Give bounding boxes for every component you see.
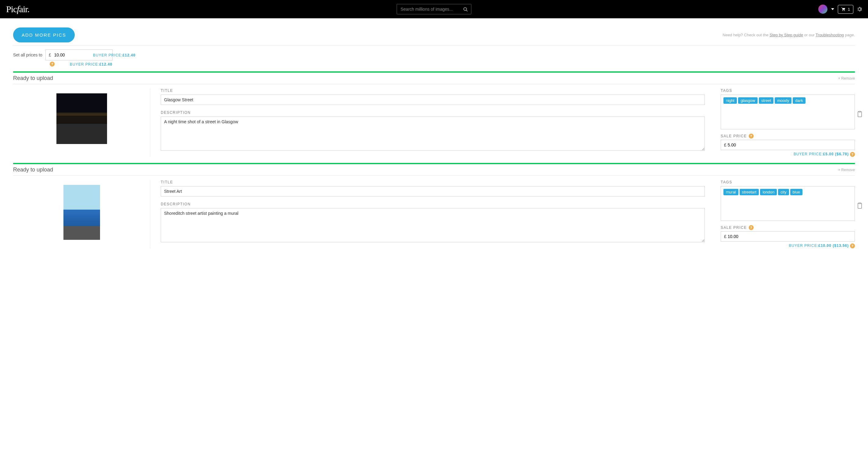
description-label: DESCRIPTION — [161, 111, 705, 115]
help-icon[interactable]: ? — [749, 225, 754, 230]
tag[interactable]: streetart — [740, 189, 759, 195]
middle-column: TITLE DESCRIPTION — [150, 89, 715, 157]
sale-price-input-wrap: £ — [721, 140, 855, 150]
svg-rect-6 — [858, 203, 862, 208]
cart-button[interactable]: 1 — [838, 5, 854, 14]
help-icon[interactable]: ? — [50, 62, 55, 66]
gear-icon[interactable] — [857, 7, 862, 11]
thumbnail[interactable] — [63, 185, 100, 240]
description-input[interactable] — [161, 208, 705, 242]
buyer-price-value-all: £12.40 — [123, 53, 136, 57]
middle-column: TITLE DESCRIPTION — [150, 180, 715, 248]
svg-rect-7 — [859, 203, 861, 204]
tags-label: TAGS — [721, 89, 855, 93]
ready-label: Ready to upload — [13, 75, 53, 82]
sale-price-input[interactable] — [726, 143, 851, 147]
svg-rect-5 — [859, 111, 861, 112]
troubleshooting-link[interactable]: Troubleshooting — [815, 33, 844, 37]
svg-point-2 — [842, 10, 843, 11]
item-body: TITLE DESCRIPTION TAGS nightglasgowstree… — [13, 84, 855, 163]
thumbnail[interactable] — [56, 93, 107, 144]
tag[interactable]: night — [723, 97, 737, 104]
help-icon[interactable]: ? — [850, 243, 855, 248]
sale-price-label: SALE PRICE — [721, 134, 747, 138]
item-header: Ready to upload × Remove — [13, 72, 855, 84]
buyer-price-row: BUYER PRICE:£5.00 ($6.78)? — [721, 152, 855, 157]
item-body: TITLE DESCRIPTION TAGS muralstreetartlon… — [13, 176, 855, 254]
tag[interactable]: glasgow — [738, 97, 757, 104]
buyer-price-alt: ($13.56) — [833, 243, 849, 248]
set-all-prices-label: Set all prices to — [13, 53, 42, 57]
svg-point-3 — [844, 10, 845, 11]
help-icon[interactable]: ? — [850, 152, 855, 157]
svg-rect-4 — [858, 112, 862, 117]
buyer-price-row: BUYER PRICE:£10.00 ($13.56)? — [721, 243, 855, 248]
buyer-price-value: £12.40 — [99, 62, 113, 66]
buyer-price-alt: ($6.78) — [835, 152, 849, 156]
title-input[interactable] — [161, 186, 705, 196]
sale-price-label-row: SALE PRICE ? — [721, 225, 855, 230]
sale-price-label-row: SALE PRICE ? — [721, 133, 855, 139]
buyer-price-label: BUYER PRICE: — [794, 152, 823, 156]
tag[interactable]: mural — [723, 189, 738, 195]
currency-prefix: £ — [724, 234, 726, 239]
cart-count: 1 — [848, 7, 850, 11]
avatar[interactable] — [818, 5, 828, 14]
clipboard-icon[interactable] — [857, 203, 862, 209]
tag[interactable]: moody — [775, 97, 792, 104]
buyer-price-value: £5.00 — [823, 152, 834, 156]
description-label: DESCRIPTION — [161, 202, 705, 206]
buyer-price-label: BUYER PRICE: — [70, 62, 99, 66]
add-more-button[interactable]: ADD MORE PICS — [13, 27, 75, 42]
item-header: Ready to upload × Remove — [13, 164, 855, 176]
buyer-price-label: BUYER PRICE: — [789, 243, 818, 248]
tag[interactable]: blue — [790, 189, 803, 195]
step-by-step-link[interactable]: Step by Step guide — [770, 33, 803, 37]
thumbnail-column — [13, 89, 150, 157]
currency-prefix: £ — [724, 143, 726, 147]
chevron-down-icon[interactable] — [831, 8, 834, 10]
tag[interactable]: street — [759, 97, 774, 104]
right-column: TAGS nightglasgowstreetmoodydark SALE PR… — [715, 89, 855, 157]
ready-label: Ready to upload — [13, 167, 53, 173]
title-input[interactable] — [161, 95, 705, 105]
tags-input[interactable]: nightglasgowstreetmoodydark — [721, 95, 855, 129]
tag[interactable]: london — [760, 189, 777, 195]
logo-text-suffix: air. — [19, 4, 30, 14]
header-right: 1 — [818, 5, 862, 14]
thumbnail-column — [13, 180, 150, 248]
tag[interactable]: dark — [793, 97, 805, 104]
tags-label: TAGS — [721, 180, 855, 184]
sale-price-input-wrap: £ — [721, 231, 855, 242]
logo-text-italic: f — [17, 4, 19, 14]
search-box — [397, 4, 471, 14]
buyer-price-all-row: ? BUYER PRICE:£12.40 — [13, 62, 855, 71]
help-text: Need help? Check out the Step by Step gu… — [722, 33, 855, 37]
buyer-price-value: £10.00 — [818, 243, 831, 248]
logo-text-prefix: Pic — [6, 4, 17, 14]
tag[interactable]: city — [778, 189, 789, 195]
logo[interactable]: Picfair. — [6, 4, 29, 14]
clipboard-icon[interactable] — [857, 111, 862, 117]
main-container: ADD MORE PICS Need help? Check out the S… — [0, 18, 868, 254]
sale-price-label: SALE PRICE — [721, 225, 747, 230]
right-column: TAGS muralstreetartlondoncityblue SALE P… — [715, 180, 855, 248]
header: Picfair. 1 — [0, 0, 868, 18]
tags-input[interactable]: muralstreetartlondoncityblue — [721, 186, 855, 221]
currency-prefix: £ — [46, 53, 54, 57]
sale-price-input[interactable] — [726, 234, 851, 239]
cart-icon — [841, 7, 845, 11]
description-input[interactable] — [161, 117, 705, 151]
buyer-price-label-all: BUYER PRICE: — [93, 53, 123, 57]
search-input[interactable] — [397, 4, 471, 14]
remove-button[interactable]: × Remove — [838, 76, 855, 81]
help-icon[interactable]: ? — [749, 133, 754, 139]
title-label: TITLE — [161, 89, 705, 93]
remove-button[interactable]: × Remove — [838, 168, 855, 172]
top-row: ADD MORE PICS Need help? Check out the S… — [13, 18, 855, 46]
title-label: TITLE — [161, 180, 705, 184]
